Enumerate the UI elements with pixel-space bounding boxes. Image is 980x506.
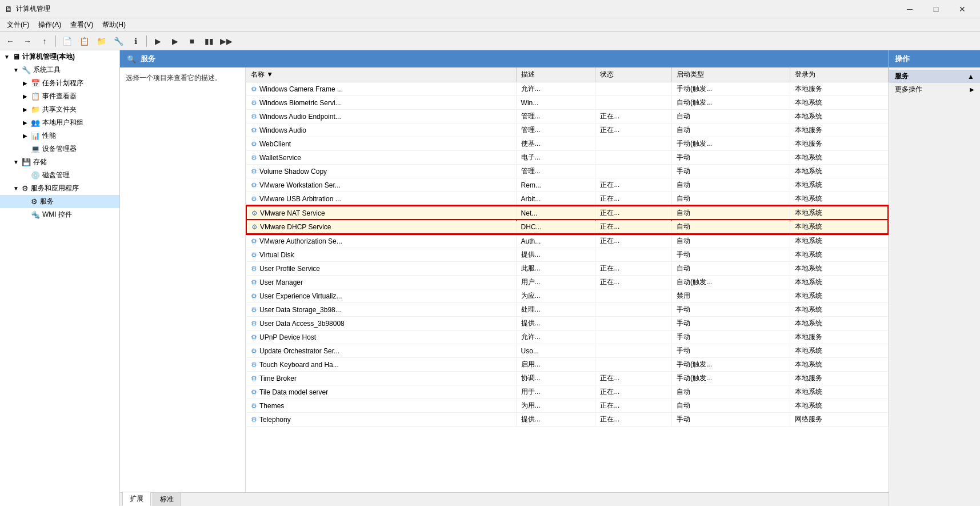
table-row[interactable]: ⚙Update Orchestrator Ser...Uso...手动本地系统 bbox=[246, 344, 888, 358]
service-startup-cell: 禁用 bbox=[672, 289, 790, 303]
menu-view[interactable]: 查看(V) bbox=[66, 19, 98, 31]
right-panel-header: 操作 bbox=[889, 50, 980, 67]
tree-local-users-label: 本地用户和组 bbox=[42, 118, 83, 128]
table-row[interactable]: ⚙User Experience Virtualiz...为应...禁用本地系统 bbox=[246, 289, 888, 303]
service-startup-cell: 自动(触发... bbox=[672, 96, 790, 110]
toolbar-btn1[interactable]: 📄 bbox=[59, 34, 75, 49]
tree-local-users[interactable]: ▶ 👥 本地用户和组 bbox=[0, 116, 119, 129]
right-panel-more-actions[interactable]: 更多操作 ▶ bbox=[889, 83, 980, 96]
toolbar-btn2[interactable]: 📋 bbox=[76, 34, 92, 49]
col-startup[interactable]: 启动类型 bbox=[672, 67, 790, 82]
table-row[interactable]: ⚙Windows Camera Frame ...允许...手动(触发...本地… bbox=[246, 82, 888, 96]
more-actions-label: 更多操作 bbox=[895, 85, 922, 94]
toolbar-stop[interactable]: ■ bbox=[184, 34, 200, 49]
toolbar-play2[interactable]: ▶ bbox=[167, 34, 183, 49]
col-logon[interactable]: 登录为 bbox=[790, 67, 888, 82]
table-row[interactable]: ⚙WalletService电子...手动本地系统 bbox=[246, 151, 888, 165]
tree-disk-mgmt-label: 磁盘管理 bbox=[42, 170, 70, 180]
service-list-container[interactable]: 名称 ▼ 描述 状态 启动类型 登录为 ⚙Windows Camera Fram… bbox=[246, 67, 889, 492]
service-desc-text: 选择一个项目来查看它的描述。 bbox=[126, 74, 222, 82]
col-desc[interactable]: 描述 bbox=[516, 67, 595, 82]
service-name-cell: ⚙User Data Storage_3b98... bbox=[246, 303, 516, 317]
expand-icon: ▼ bbox=[2, 54, 11, 60]
col-status[interactable]: 状态 bbox=[595, 67, 672, 82]
service-status-cell: 正在... bbox=[595, 399, 672, 413]
tree-disk-mgmt[interactable]: 💿 磁盘管理 bbox=[0, 169, 119, 182]
left-panel: ▼ 🖥 计算机管理(本地) ▼ 🔧 系统工具 ▶ 📅 任务计划程序 ▶ 📋 事件… bbox=[0, 50, 120, 506]
table-row[interactable]: ⚙Windows Biometric Servi...Win...自动(触发..… bbox=[246, 96, 888, 110]
tab-standard[interactable]: 标准 bbox=[153, 492, 181, 506]
tree-services-apps[interactable]: ▼ ⚙ 服务和应用程序 bbox=[0, 182, 119, 195]
toolbar-play[interactable]: ▶ bbox=[150, 34, 166, 49]
service-status-cell bbox=[595, 289, 672, 303]
toolbar-btn5[interactable]: ℹ bbox=[127, 34, 143, 49]
table-row[interactable]: ⚙User Manager用户...正在...自动(触发...本地系统 bbox=[246, 276, 888, 289]
table-row[interactable]: ⚙Tile Data model server用于...正在...自动本地系统 bbox=[246, 385, 888, 399]
table-row[interactable]: ⚙Volume Shadow Copy管理...手动本地系统 bbox=[246, 165, 888, 178]
tree-performance[interactable]: ▶ 📊 性能 bbox=[0, 129, 119, 142]
table-row[interactable]: ⚙Virtual Disk提供...手动本地系统 bbox=[246, 248, 888, 262]
table-row[interactable]: ⚙Windows Audio管理...正在...自动本地服务 bbox=[246, 123, 888, 137]
toolbar-forward[interactable]: → bbox=[19, 34, 35, 49]
close-button[interactable]: ✕ bbox=[949, 0, 975, 18]
expand-icon: ▶ bbox=[21, 119, 30, 126]
tree-task-scheduler[interactable]: ▶ 📅 任务计划程序 bbox=[0, 77, 119, 90]
tree-wmi[interactable]: 🔩 WMI 控件 bbox=[0, 208, 119, 221]
service-panel: 选择一个项目来查看它的描述。 名称 ▼ 描述 状态 启动类型 登录为 ⚙Wi bbox=[120, 67, 889, 492]
folder-icon: 📁 bbox=[31, 105, 40, 114]
table-row[interactable]: ⚙Telephony提供...正在...手动网络服务 bbox=[246, 413, 888, 427]
toolbar-up[interactable]: ↑ bbox=[37, 34, 53, 49]
service-startup-cell: 自动 bbox=[672, 206, 790, 220]
service-desc-cell: Auth... bbox=[516, 234, 595, 248]
table-row[interactable]: ⚙User Profile Service此服...正在...自动本地系统 bbox=[246, 262, 888, 276]
table-row[interactable]: ⚙Time Broker协调...正在...手动(触发...本地服务 bbox=[246, 372, 888, 385]
service-startup-cell: 手动 bbox=[672, 317, 790, 330]
toolbar-pause[interactable]: ▮▮ bbox=[201, 34, 217, 49]
tree-services[interactable]: ⚙ 服务 bbox=[0, 195, 119, 208]
tree-device-manager-label: 设备管理器 bbox=[42, 144, 77, 154]
menu-file[interactable]: 文件(F) bbox=[2, 19, 34, 31]
toolbar-back[interactable]: ← bbox=[2, 34, 18, 49]
arrow-icon: ▶ bbox=[970, 86, 974, 93]
service-name-cell: ⚙Update Orchestrator Ser... bbox=[246, 344, 516, 358]
table-row[interactable]: ⚙Themes为用...正在...自动本地系统 bbox=[246, 399, 888, 413]
service-logon-cell: 本地系统 bbox=[790, 317, 888, 330]
service-desc-cell: 提供... bbox=[516, 413, 595, 427]
tree-shared-folders[interactable]: ▶ 📁 共享文件夹 bbox=[0, 103, 119, 116]
tab-extended[interactable]: 扩展 bbox=[122, 492, 151, 506]
table-row[interactable]: ⚙User Data Access_3b98008提供...手动本地系统 bbox=[246, 317, 888, 330]
service-logon-cell: 本地系统 bbox=[790, 151, 888, 165]
calendar-icon: 📅 bbox=[31, 79, 40, 87]
service-name-cell: ⚙User Data Access_3b98008 bbox=[246, 317, 516, 330]
menu-help[interactable]: 帮助(H) bbox=[98, 19, 130, 31]
table-row[interactable]: ⚙User Data Storage_3b98...处理...手动本地系统 bbox=[246, 303, 888, 317]
table-row[interactable]: ⚙Windows Audio Endpoint...管理...正在...自动本地… bbox=[246, 110, 888, 123]
maximize-button[interactable]: □ bbox=[923, 0, 949, 18]
service-name-cell: ⚙User Experience Virtualiz... bbox=[246, 289, 516, 303]
tree-system-tools[interactable]: ▼ 🔧 系统工具 bbox=[0, 63, 119, 77]
minimize-button[interactable]: ─ bbox=[897, 0, 923, 18]
col-name[interactable]: 名称 ▼ bbox=[246, 67, 516, 82]
tree-root-label: 计算机管理(本地) bbox=[22, 52, 75, 62]
table-row[interactable]: ⚙UPnP Device Host允许...手动本地服务 bbox=[246, 330, 888, 344]
table-row[interactable]: ⚙VMware Workstation Ser...Rem...正在...自动本… bbox=[246, 178, 888, 192]
toolbar-btn4[interactable]: 🔧 bbox=[110, 34, 126, 49]
table-row[interactable]: ⚙WebClient使基...手动(触发...本地服务 bbox=[246, 137, 888, 151]
tree-storage[interactable]: ▼ 💾 存储 bbox=[0, 156, 119, 169]
tree-event-viewer[interactable]: ▶ 📋 事件查看器 bbox=[0, 90, 119, 103]
tree-root[interactable]: ▼ 🖥 计算机管理(本地) bbox=[0, 50, 119, 63]
service-status-cell bbox=[595, 358, 672, 372]
expand-icon: ▶ bbox=[21, 80, 30, 86]
service-logon-cell: 本地服务 bbox=[790, 372, 888, 385]
table-row[interactable]: ⚙Touch Keyboard and Ha...启用...手动(触发...本地… bbox=[246, 358, 888, 372]
tree-device-manager[interactable]: 💻 设备管理器 bbox=[0, 142, 119, 156]
table-row[interactable]: ⚙VMware Authorization Se...Auth...正在...自… bbox=[246, 234, 888, 248]
toolbar-btn3[interactable]: 📁 bbox=[93, 34, 109, 49]
table-row[interactable]: ⚙VMware NAT ServiceNet...正在...自动本地系统 bbox=[246, 206, 888, 220]
service-logon-cell: 本地系统 bbox=[790, 110, 888, 123]
service-status-cell bbox=[595, 248, 672, 262]
menu-action[interactable]: 操作(A) bbox=[34, 19, 66, 31]
table-row[interactable]: ⚙VMware DHCP ServiceDHC...正在...自动本地系统 bbox=[246, 220, 888, 234]
toolbar-next[interactable]: ▶▶ bbox=[218, 34, 234, 49]
table-row[interactable]: ⚙VMware USB Arbitration ...Arbit...正在...… bbox=[246, 192, 888, 206]
